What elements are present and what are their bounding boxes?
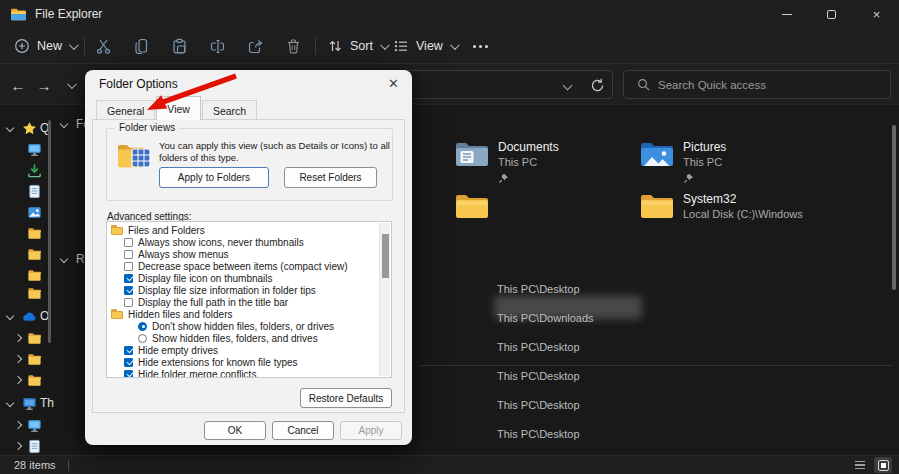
sidebar-item-folder[interactable]	[0, 265, 85, 285]
minimize-button[interactable]	[764, 0, 809, 28]
listbox-scrollbar-thumb[interactable]	[382, 234, 389, 278]
checkbox[interactable]	[124, 298, 133, 307]
setting-row[interactable]: Don't show hidden files, folders, or dri…	[107, 320, 391, 332]
copy-button[interactable]	[124, 33, 158, 59]
forward-button[interactable]: →	[31, 72, 57, 98]
rename-button[interactable]	[200, 33, 234, 59]
recent-file-row[interactable]: This PC\Desktop	[430, 332, 893, 361]
setting-row[interactable]: Hide extensions for known file types	[107, 356, 391, 368]
recent-file-row[interactable]: This PC\Downloads	[430, 303, 893, 332]
history-chevron-button[interactable]	[57, 72, 83, 98]
setting-row[interactable]: Display file size information in folder …	[107, 284, 391, 296]
advanced-settings-list[interactable]: Files and FoldersAlways show icons, neve…	[106, 221, 392, 378]
sidebar-item-document[interactable]	[0, 436, 85, 456]
paste-button[interactable]	[162, 33, 196, 59]
sidebar-item-folder[interactable]	[0, 349, 85, 369]
checkbox[interactable]	[124, 370, 133, 379]
recent-file-row[interactable]: This PC\Desktop	[430, 274, 893, 303]
radio-button[interactable]	[138, 334, 147, 343]
sidebar-scrollbar[interactable]	[48, 120, 51, 343]
close-button[interactable]: ×	[854, 0, 899, 28]
setting-row[interactable]: Show hidden files, folders, and drives	[107, 332, 391, 344]
tile-pictures[interactable]: Pictures This PC	[640, 140, 726, 188]
folder-icon	[27, 226, 42, 241]
share-button[interactable]	[238, 33, 272, 59]
maximize-button[interactable]	[809, 0, 854, 28]
tab-general[interactable]: General	[96, 100, 155, 120]
trash-icon	[285, 38, 302, 55]
details-view-button[interactable]	[851, 457, 869, 473]
setting-row[interactable]: Display file icon on thumbnails	[107, 272, 391, 284]
checkbox[interactable]	[124, 250, 133, 259]
tab-search[interactable]: Search	[202, 100, 257, 120]
tile-system32[interactable]: System32 Local Disk (C:)\Windows	[640, 192, 803, 222]
cut-button[interactable]	[86, 33, 120, 59]
sidebar-item-cloud-o[interactable]: O	[0, 306, 85, 326]
new-button[interactable]: New	[14, 33, 76, 59]
radio-button[interactable]	[138, 322, 147, 331]
cloud-icon	[22, 309, 37, 324]
recent-file-row[interactable]: This PC\Desktop	[430, 390, 893, 419]
tile-name: System32	[683, 192, 803, 207]
thumbnail-view-button[interactable]	[874, 457, 892, 473]
sidebar-item-folder[interactable]	[0, 283, 85, 303]
chevron-right-icon[interactable]	[14, 442, 22, 450]
apply-to-folders-button[interactable]: Apply to Folders	[159, 167, 269, 188]
ok-button[interactable]: OK	[204, 421, 266, 440]
view-button[interactable]: View	[393, 33, 457, 59]
address-chevron-icon[interactable]	[563, 81, 573, 91]
folder-icon	[27, 373, 42, 388]
document-icon	[27, 184, 42, 199]
see-more-button[interactable]	[463, 33, 497, 59]
cancel-button[interactable]: Cancel	[272, 421, 334, 440]
setting-row[interactable]: Display the full path in the title bar	[107, 296, 391, 308]
chevron-down-icon[interactable]	[6, 399, 14, 407]
setting-row[interactable]: Decrease space between items (compact vi…	[107, 260, 391, 272]
sidebar-item-folder[interactable]	[0, 328, 85, 348]
reset-folders-button[interactable]: Reset Folders	[284, 167, 377, 188]
chevron-down-icon[interactable]	[6, 124, 14, 132]
apply-button[interactable]: Apply	[340, 421, 402, 440]
chevron-right-icon[interactable]	[14, 334, 22, 342]
tile-redacted-folder[interactable]	[455, 192, 489, 220]
checkbox[interactable]	[124, 358, 133, 367]
back-button[interactable]: ←	[5, 72, 31, 98]
listbox-scrollbar[interactable]	[379, 223, 390, 376]
sidebar-item-download[interactable]	[0, 160, 85, 180]
checkbox[interactable]	[124, 262, 133, 271]
sidebar-item-monitor[interactable]	[0, 139, 85, 159]
sort-button[interactable]: Sort	[327, 33, 387, 59]
sidebar-item-folder[interactable]	[0, 370, 85, 390]
dialog-close-button[interactable]: ✕	[388, 76, 399, 91]
sidebar-item-picture[interactable]	[0, 202, 85, 222]
setting-row[interactable]: Hide folder merge conflicts	[107, 368, 391, 378]
setting-row[interactable]: Hide empty drives	[107, 344, 391, 356]
restore-defaults-button[interactable]: Restore Defaults	[300, 388, 392, 408]
checkbox[interactable]	[124, 274, 133, 283]
chevron-right-icon[interactable]	[14, 421, 22, 429]
setting-row[interactable]: Always show menus	[107, 248, 391, 260]
refresh-icon[interactable]	[589, 77, 606, 94]
delete-button[interactable]	[276, 33, 310, 59]
folder-icon	[27, 268, 42, 283]
checkbox[interactable]	[124, 346, 133, 355]
search-input[interactable]: Search Quick access	[623, 70, 891, 99]
chevron-right-icon[interactable]	[14, 376, 22, 384]
checkbox[interactable]	[124, 286, 133, 295]
chevron-right-icon[interactable]	[14, 355, 22, 363]
content-scrollbar[interactable]	[892, 125, 896, 290]
tile-documents[interactable]: Documents This PC	[455, 140, 559, 188]
checkbox[interactable]	[124, 238, 133, 247]
setting-row[interactable]: Always show icons, never thumbnails	[107, 236, 391, 248]
sidebar-item-monitor[interactable]	[0, 415, 85, 435]
chevron-down-icon[interactable]	[6, 312, 14, 320]
sidebar-item-monitor2-th[interactable]: Th	[0, 393, 85, 413]
recent-file-row[interactable]: This PC\Desktop	[430, 361, 893, 390]
tab-view[interactable]: View	[156, 96, 201, 120]
view-label: View	[416, 39, 443, 53]
sidebar-item-folder[interactable]	[0, 223, 85, 243]
setting-row[interactable]: Files and Folders	[107, 224, 391, 236]
setting-row[interactable]: Hidden files and folders	[107, 308, 391, 320]
recent-file-row[interactable]: This PC\Desktop	[430, 419, 893, 448]
sidebar-item-document[interactable]	[0, 181, 85, 201]
